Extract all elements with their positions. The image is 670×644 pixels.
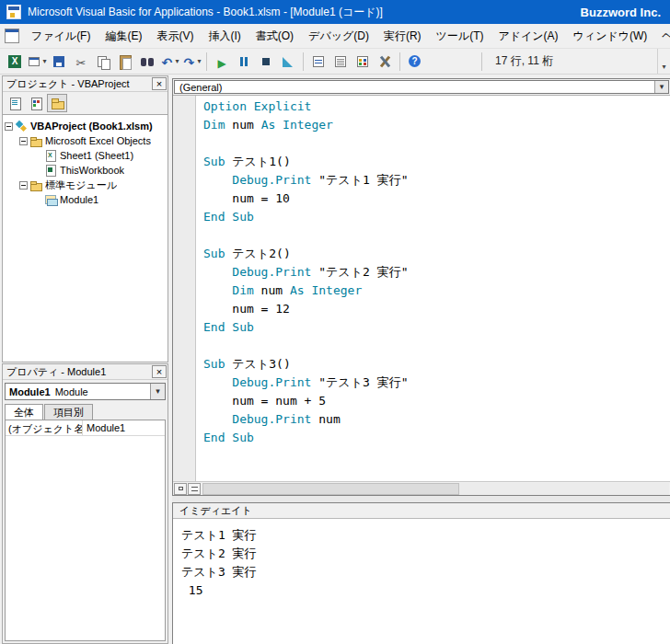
toolbar-overflow-handle[interactable]: ▾	[657, 49, 670, 74]
menu-addins[interactable]: アドイン(A)	[491, 24, 565, 48]
find-button[interactable]	[137, 52, 157, 72]
full-module-view-button[interactable]	[188, 483, 201, 495]
toggle-folders-button[interactable]	[47, 94, 67, 112]
view-object-button[interactable]	[26, 94, 46, 112]
menu-tools[interactable]: ツール(T)	[429, 24, 491, 48]
menu-help[interactable]: ヘルプ(H)	[654, 24, 670, 48]
code-line: End Sub	[203, 318, 670, 337]
menu-window[interactable]: ウィンドウ(W)	[566, 24, 655, 48]
cut-button[interactable]	[71, 52, 91, 72]
immediate-window-header: イミディエイト	[173, 503, 670, 519]
tree-item-module1[interactable]: Module1	[3, 192, 168, 207]
paste-button[interactable]	[115, 52, 135, 72]
code-line	[203, 337, 670, 355]
immediate-content[interactable]: テスト1 実行テスト2 実行テスト3 実行 15	[173, 519, 670, 644]
project-explorer-button[interactable]	[308, 52, 329, 72]
properties-window-icon	[333, 54, 348, 69]
tree-collapse-box[interactable]	[19, 181, 28, 190]
code-token: num	[254, 283, 290, 297]
save-button[interactable]	[49, 52, 69, 72]
code-token-keyword: As Integer	[261, 118, 333, 132]
property-value[interactable]: Module1	[83, 420, 165, 435]
menu-file[interactable]: ファイル(F)	[24, 24, 98, 48]
cursor-position-indicator: 17 行, 11 桁	[486, 53, 562, 69]
object-dropdown[interactable]: (General) ▾	[174, 80, 669, 94]
immediate-output-line: テスト2 実行	[181, 545, 670, 563]
chevron-down-icon[interactable]: ▾	[654, 81, 668, 93]
toolbar-separator	[481, 52, 482, 71]
code-token-keyword: Debug.Print	[232, 173, 311, 187]
menu-format[interactable]: 書式(O)	[248, 24, 301, 48]
code-line	[203, 226, 670, 245]
code-editor[interactable]: Option ExplicitDim num As Integer Sub テス…	[173, 96, 670, 481]
menubar: ファイル(F)編集(E)表示(V)挿入(I)書式(O)デバッグ(D)実行(R)ツ…	[0, 24, 670, 49]
break-button[interactable]	[234, 52, 254, 72]
help-icon	[408, 54, 422, 69]
view-excel-button[interactable]	[5, 52, 25, 72]
reset-button[interactable]	[256, 52, 276, 72]
code-line: End Sub	[203, 429, 670, 447]
close-project-panel-button[interactable]: ×	[152, 77, 167, 90]
code-token: "テスト3 実行"	[311, 375, 408, 389]
tree-item-sheet1[interactable]: Sheet1 (Sheet1)	[3, 148, 168, 163]
code-token: num = 12	[203, 302, 290, 316]
immediate-output-line: テスト1 実行	[181, 526, 670, 545]
menu-debug[interactable]: デバッグ(D)	[301, 24, 376, 48]
tab-all[interactable]: 全体	[5, 404, 43, 420]
menu-run[interactable]: 実行(R)	[376, 24, 429, 48]
close-properties-panel-button[interactable]: ×	[152, 365, 167, 378]
properties-window-button[interactable]	[330, 52, 351, 72]
toolbar: ▾▾▾ 17 行, 11 桁 ▾	[0, 49, 670, 75]
project-tree: VBAProject (Book1.xlsm)Microsoft Excel O…	[3, 114, 168, 362]
menu-edit[interactable]: 編集(E)	[98, 24, 149, 48]
menu-view[interactable]: 表示(V)	[149, 24, 201, 48]
toolbox-button[interactable]	[375, 52, 395, 72]
property-name[interactable]: (オブジェクト名)	[6, 420, 83, 435]
view-excel-icon	[7, 54, 22, 69]
undo-button[interactable]: ▾	[159, 52, 179, 72]
menu-insert[interactable]: 挿入(I)	[201, 24, 248, 48]
project-panel-toolbar	[3, 92, 168, 114]
run-button[interactable]	[212, 52, 232, 72]
toolbar-separator	[399, 52, 400, 71]
code-token: num = num + 5	[203, 394, 326, 408]
help-button[interactable]	[405, 52, 425, 72]
object-browser-button[interactable]	[352, 52, 373, 72]
scrollbar-thumb[interactable]	[202, 483, 459, 495]
reset-icon	[259, 54, 273, 69]
code-token: num	[311, 412, 340, 426]
code-token: "テスト2 実行"	[311, 265, 408, 279]
code-line: Sub テスト1()	[203, 153, 670, 171]
window-splitter[interactable]	[172, 496, 670, 502]
tree-item-thisworkbook[interactable]: ThisWorkbook	[3, 163, 168, 178]
properties-rows: (オブジェクト名)Module1	[5, 420, 166, 641]
property-row-object-name: (オブジェクト名)Module1	[6, 420, 165, 436]
selected-object-type: Module	[55, 386, 88, 397]
tree-collapse-box[interactable]	[5, 122, 13, 131]
code-line: End Sub	[203, 208, 670, 226]
design-mode-button[interactable]	[278, 52, 298, 72]
copy-button[interactable]	[93, 52, 113, 72]
chevron-down-icon[interactable]: ▾	[150, 384, 165, 399]
tree-item-modules-folder[interactable]: 標準モジュール	[3, 178, 168, 192]
tree-collapse-box[interactable]	[19, 137, 28, 145]
insert-userform-button[interactable]: ▾	[27, 52, 47, 72]
app-icon	[6, 5, 21, 19]
tree-item-excel-objects-folder[interactable]: Microsoft Excel Objects	[3, 133, 168, 148]
code-margin[interactable]	[173, 96, 196, 481]
code-token-keyword: End Sub	[203, 431, 254, 444]
menu-items: ファイル(F)編集(E)表示(V)挿入(I)書式(O)デバッグ(D)実行(R)ツ…	[24, 24, 670, 48]
project-panel-header: プロジェクト - VBAProject ×	[3, 76, 168, 92]
tree-item-vbaproject-root[interactable]: VBAProject (Book1.xlsm)	[3, 119, 168, 133]
code-token	[203, 173, 232, 187]
module-window-icon[interactable]	[5, 29, 19, 43]
redo-button[interactable]: ▾	[181, 52, 202, 72]
tree-item-label: Sheet1 (Sheet1)	[60, 150, 133, 161]
toolbar-buttons: ▾▾▾	[4, 52, 426, 72]
horizontal-scrollbar[interactable]	[202, 483, 669, 495]
view-code-button[interactable]	[5, 94, 25, 112]
code-token-keyword: As Integer	[290, 283, 362, 297]
tab-categorized[interactable]: 項目別	[44, 404, 93, 420]
procedure-view-button[interactable]	[174, 483, 187, 495]
properties-object-selector[interactable]: Module1 Module ▾	[5, 383, 166, 400]
